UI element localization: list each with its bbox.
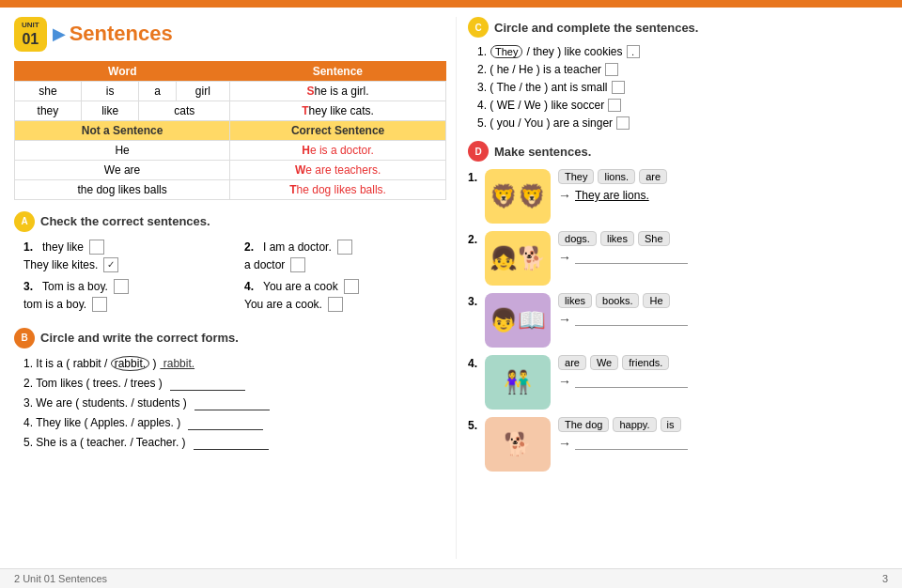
cw-item-5: 5. She is a ( teacher. / Teacher. ) (23, 436, 446, 450)
table-row: We are We are teachers. (15, 160, 446, 179)
cc-box-1[interactable]: . (627, 45, 640, 58)
left-column: UNIT 01 ▶ Sentences Word Sentence she is… (14, 17, 446, 559)
make-answer-5: → (558, 436, 888, 451)
cc-box-3[interactable] (612, 81, 625, 94)
not-a-sentence-header: Not a Sentence (15, 120, 230, 140)
table-row: they like cats They like cats. (15, 101, 446, 120)
check-heading: A Check the correct sentences. (14, 211, 446, 232)
word-chips-2: dogs. likes She (558, 231, 888, 246)
arrow-icon: → (558, 188, 571, 203)
check-item: 3. Tom is a boy. tom is a boy. (23, 279, 226, 315)
chip: are (639, 169, 667, 184)
make-item-2: 2. 👧🐕 dogs. likes She → (468, 231, 888, 286)
cc-box-4[interactable] (608, 99, 621, 112)
make-answer-1: → They are lions. (558, 188, 888, 203)
checkbox-4a[interactable] (344, 279, 359, 294)
make-sentences-heading: D Make sentences. (468, 141, 888, 162)
chip: The dog (558, 417, 609, 432)
make-answer-4: → (558, 374, 888, 389)
make-image-5: 🐕 (485, 417, 551, 472)
checkbox-3b[interactable] (92, 297, 107, 312)
cc-item-2: 2. ( he / He ) is a teacher (477, 63, 888, 76)
unit-header: UNIT 01 ▶ Sentences (14, 17, 446, 52)
chip: She (638, 231, 670, 246)
cw-item-1: 1. It is a ( rabbit / rabbit. ) rabbit. (23, 356, 446, 371)
table-row: she is a girl She is a girl. (15, 81, 446, 101)
cw-item-3: 3. We are ( students. / students ) (23, 396, 446, 410)
checkbox-2a[interactable] (337, 240, 352, 255)
section-icon-b: B (14, 328, 35, 348)
col-word-header: Word (15, 61, 230, 81)
cc-box-2[interactable] (605, 63, 618, 76)
cw-item-2: 2. Tom likes ( trees. / trees ) (23, 377, 446, 391)
word-chips-5: The dog happy. is (558, 417, 888, 432)
correct-sentence-header: Correct Sentence (230, 120, 446, 140)
chip: is (661, 417, 681, 432)
circle-write-section: B Circle and write the correct forms. 1.… (14, 328, 446, 450)
chip: dogs. (558, 231, 597, 246)
unit-number: 01 (22, 30, 39, 48)
circle-write-items: 1. It is a ( rabbit / rabbit. ) rabbit. … (14, 356, 446, 450)
make-item-5: 5. 🐕 The dog happy. is → (468, 417, 888, 472)
col-sentence-header: Sentence (230, 61, 446, 81)
cc-box-5[interactable] (616, 116, 630, 130)
arrow-icon: → (558, 250, 571, 265)
make-image-3: 👦📖 (485, 293, 551, 348)
make-image-1: 🦁🦁 (485, 169, 551, 224)
checkbox-2b[interactable] (290, 257, 305, 272)
arrow-icon: ▶ (53, 23, 66, 44)
checkbox-4b[interactable] (328, 297, 343, 312)
check-grid: 1. they like They like kites. 2. I am a … (14, 240, 446, 315)
circle-complete-items: 1. They / they ) like cookies . 2. ( he … (468, 45, 888, 130)
cc-item-4: 4. ( WE / We ) like soccer (477, 99, 888, 112)
chip: friends. (622, 355, 669, 370)
check-item: 4. You are a cook You are a cook. (244, 279, 446, 315)
make-item-3: 3. 👦📖 likes books. He → (468, 293, 888, 348)
main-content: UNIT 01 ▶ Sentences Word Sentence she is… (0, 8, 902, 568)
table-subheader-row: Not a Sentence Correct Sentence (15, 120, 446, 140)
check-section: A Check the correct sentences. 1. they l… (14, 211, 446, 315)
table-row: He He is a doctor. (15, 140, 446, 160)
bottom-bar: 2 Unit 01 Sentences 3 (0, 568, 902, 588)
chip: likes (600, 231, 634, 246)
chip: He (643, 293, 669, 308)
section-icon-a: A (14, 211, 35, 232)
section-icon-c: C (468, 17, 489, 38)
word-chips-1: They lions. are (558, 169, 888, 184)
cw-item-4: 4. They like ( Apples. / apples. ) (23, 416, 446, 430)
word-chips-4: are We friends. (558, 355, 888, 370)
chip: books. (596, 293, 639, 308)
arrow-icon: → (558, 436, 571, 451)
table-row: the dog likes balls The dog likes balls. (15, 179, 446, 199)
word-chips-3: likes books. He (558, 293, 888, 308)
chip: likes (558, 293, 592, 308)
cc-item-3: 3. ( The / the ) ant is small (477, 81, 888, 94)
cc-item-5: 5. ( you / You ) are a singer (477, 116, 888, 130)
checkbox-3a[interactable] (114, 279, 129, 294)
chip: We (590, 355, 618, 370)
page-title: Sentences (70, 22, 173, 46)
make-answer-2: → (558, 250, 888, 265)
section-icon-d: D (468, 141, 489, 162)
footer-left: 2 Unit 01 Sentences (14, 573, 107, 584)
checkbox-1b[interactable] (103, 257, 118, 272)
chip: happy. (613, 417, 656, 432)
arrow-icon: → (558, 374, 571, 389)
check-item: 2. I am a doctor. a doctor (244, 240, 446, 275)
word-sentence-table: Word Sentence she is a girl She is a gir… (14, 61, 446, 200)
top-bar (0, 0, 902, 8)
chip: are (558, 355, 586, 370)
check-item: 1. they like They like kites. (23, 240, 226, 275)
circle-write-heading: B Circle and write the correct forms. (14, 328, 446, 348)
make-image-2: 👧🐕 (485, 231, 551, 286)
checkbox-1a[interactable] (89, 240, 104, 255)
make-item-1: 1. 🦁🦁 They lions. are → They are lions. (468, 169, 888, 224)
cc-item-1: 1. They / they ) like cookies . (477, 45, 888, 58)
arrow-icon: → (558, 312, 571, 327)
make-sentences-section: D Make sentences. 1. 🦁🦁 They lions. are … (468, 141, 888, 472)
make-image-4: 👫 (485, 355, 551, 410)
make-item-4: 4. 👫 are We friends. → (468, 355, 888, 410)
footer-right: 3 (882, 573, 888, 584)
circle-complete-section: C Circle and complete the sentences. 1. … (468, 17, 888, 130)
unit-label: UNIT (22, 21, 39, 30)
